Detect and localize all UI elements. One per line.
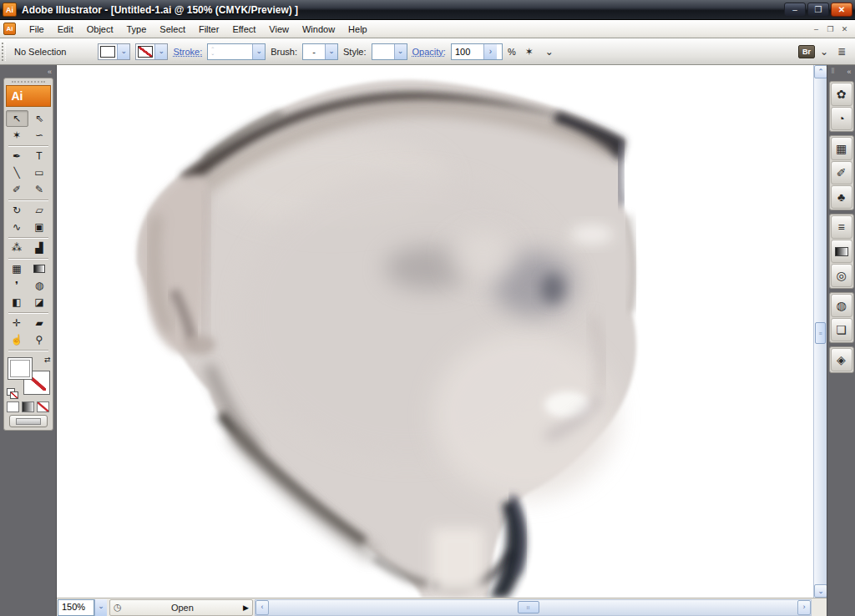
- opacity-spinner-icon[interactable]: ›: [483, 44, 497, 59]
- none-mode-button[interactable]: [37, 401, 49, 412]
- brush-combo[interactable]: - ⌄: [302, 43, 338, 60]
- doc-restore-button[interactable]: ❐: [823, 23, 837, 35]
- menu-file[interactable]: File: [23, 22, 51, 37]
- go-to-bridge-button[interactable]: Br: [798, 45, 815, 58]
- dock-grip[interactable]: ⦀: [832, 67, 836, 76]
- tool-eyedropper[interactable]: ❜: [6, 277, 28, 294]
- vertical-scrollbar[interactable]: ⌃ ≡ ⌄: [813, 65, 827, 598]
- panel-appearance[interactable]: ◍: [831, 294, 852, 317]
- tool-pen[interactable]: ✒: [6, 148, 28, 164]
- close-button[interactable]: ✕: [831, 3, 852, 17]
- tool-line-segment[interactable]: ╲: [6, 164, 28, 181]
- tool-type[interactable]: T: [28, 148, 51, 164]
- panel-transparency[interactable]: ◎: [831, 264, 852, 287]
- status-flyout-icon[interactable]: ▶: [243, 603, 249, 612]
- style-combo[interactable]: ⌄: [372, 43, 407, 60]
- panel-graphic-styles[interactable]: ❏: [831, 318, 852, 341]
- spinner-icon[interactable]: ⌃⌄: [208, 48, 217, 56]
- menu-help[interactable]: Help: [341, 22, 374, 37]
- doc-minimize-button[interactable]: –: [809, 23, 823, 35]
- tool-rectangle[interactable]: ▭: [28, 164, 51, 181]
- tool-free-transform[interactable]: ▣: [28, 219, 51, 235]
- scroll-up-icon[interactable]: ⌃: [814, 65, 827, 78]
- tool-selection[interactable]: ↖: [6, 110, 28, 127]
- chevron-down-icon[interactable]: ⌄: [252, 44, 265, 59]
- control-bar-grip[interactable]: [2, 43, 6, 61]
- tool-rotate[interactable]: ↻: [6, 202, 28, 219]
- minimize-button[interactable]: –: [784, 3, 806, 17]
- tool-blend[interactable]: ◍: [28, 277, 51, 294]
- menu-effect[interactable]: Effect: [225, 22, 262, 37]
- tool-crop-area[interactable]: ✛: [6, 315, 28, 331]
- tool-live-paint-selection[interactable]: ◪: [28, 294, 51, 311]
- scroll-left-icon[interactable]: ‹: [255, 600, 269, 615]
- chevron-down-icon[interactable]: ⌄: [117, 44, 129, 59]
- opacity-link[interactable]: Opacity:: [412, 47, 446, 57]
- panel-layers[interactable]: ◈: [831, 348, 852, 371]
- panel-menu-icon[interactable]: ≣: [833, 43, 850, 60]
- tool-live-paint-bucket[interactable]: ◧: [6, 294, 28, 311]
- opacity-input[interactable]: [452, 47, 483, 57]
- fill-swatch[interactable]: [100, 46, 115, 58]
- tool-hand[interactable]: ☝: [6, 331, 28, 348]
- fill-color-picker[interactable]: ⌄: [98, 43, 130, 60]
- panel-swatches[interactable]: ▦: [831, 137, 852, 160]
- stroke-none-swatch[interactable]: [138, 46, 153, 58]
- tool-direct-selection[interactable]: ⇖: [28, 110, 51, 127]
- menu-filter[interactable]: Filter: [192, 22, 225, 37]
- fill-indicator[interactable]: [8, 357, 33, 380]
- panel-gradient[interactable]: [831, 240, 852, 263]
- screen-mode-button[interactable]: [9, 415, 48, 427]
- menu-edit[interactable]: Edit: [51, 22, 80, 37]
- scroll-down-icon[interactable]: ⌄: [814, 584, 827, 598]
- stroke-color-picker[interactable]: ⌄: [135, 43, 168, 60]
- tool-pencil[interactable]: ✎: [28, 181, 51, 198]
- artboard-canvas[interactable]: [57, 65, 813, 598]
- panel-stroke[interactable]: ≡: [831, 215, 852, 239]
- document-icon[interactable]: Ai: [3, 23, 16, 35]
- chevron-down-icon[interactable]: ⌄: [817, 43, 831, 60]
- chevron-down-icon[interactable]: ⌄: [394, 44, 407, 59]
- tool-gradient[interactable]: [28, 260, 51, 277]
- default-fill-stroke-icon[interactable]: [7, 388, 15, 396]
- horizontal-scroll-thumb[interactable]: ıı: [518, 601, 539, 613]
- tool-lasso[interactable]: ∽: [28, 127, 51, 144]
- panel-color[interactable]: ✿: [831, 83, 852, 106]
- menu-object[interactable]: Object: [80, 22, 120, 37]
- panel-grip[interactable]: [12, 81, 45, 83]
- vertical-scroll-track[interactable]: ≡: [814, 78, 827, 584]
- chevron-down-icon[interactable]: ⌄: [154, 44, 167, 59]
- stroke-link[interactable]: Stroke:: [173, 47, 202, 57]
- stroke-weight-combo[interactable]: ⌃⌄ ⌄: [207, 43, 266, 60]
- tool-scale[interactable]: ▱: [28, 202, 51, 219]
- panel-symbols[interactable]: ♣: [831, 185, 852, 209]
- zoom-dropdown-icon[interactable]: ⌄: [94, 599, 107, 616]
- menu-view[interactable]: View: [262, 22, 296, 37]
- swap-fill-stroke-icon[interactable]: ⇄: [44, 356, 51, 364]
- expand-dock-icon[interactable]: «: [847, 68, 851, 76]
- tool-paintbrush[interactable]: ✐: [6, 181, 28, 198]
- menu-window[interactable]: Window: [296, 22, 341, 37]
- panel-brushes[interactable]: ✐: [831, 161, 852, 184]
- vertical-scroll-thumb[interactable]: ≡: [815, 322, 826, 344]
- tool-symbol-sprayer[interactable]: ⁂: [6, 240, 28, 256]
- chevron-down-icon[interactable]: ⌄: [543, 43, 556, 60]
- tool-eraser[interactable]: ▰: [28, 315, 51, 331]
- menu-select[interactable]: Select: [153, 22, 192, 37]
- panel-color-guide[interactable]: ◔: [831, 107, 852, 130]
- scroll-right-icon[interactable]: ›: [797, 600, 811, 615]
- tool-warp[interactable]: ∿: [6, 219, 28, 235]
- color-mode-button[interactable]: [7, 401, 19, 412]
- chevron-down-icon[interactable]: ⌄: [325, 44, 337, 59]
- restore-button[interactable]: ❐: [807, 3, 829, 17]
- horizontal-scrollbar[interactable]: ‹ ıı ›: [255, 599, 812, 616]
- tool-magic-wand[interactable]: ✶: [6, 127, 28, 144]
- horizontal-scroll-track[interactable]: ıı: [269, 600, 797, 615]
- tool-zoom[interactable]: ⚲: [28, 331, 51, 348]
- doc-close-button[interactable]: ✕: [837, 23, 852, 35]
- select-similar-icon[interactable]: ✶: [521, 43, 538, 60]
- gradient-mode-button[interactable]: [22, 401, 34, 412]
- tool-mesh[interactable]: ▦: [6, 260, 28, 277]
- tool-graph[interactable]: ▟: [28, 240, 51, 256]
- zoom-level-value[interactable]: 150%: [58, 599, 94, 616]
